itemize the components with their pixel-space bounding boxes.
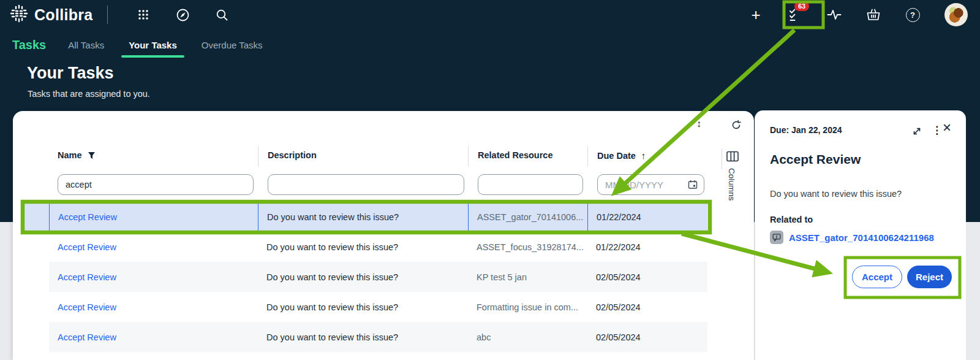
- related-resource-filter-input[interactable]: [478, 174, 583, 195]
- due-date-filter-input[interactable]: [604, 179, 688, 191]
- tasks-count-badge: 63: [794, 1, 809, 11]
- task-related-resource: ASSET_gator_70141006...: [468, 202, 587, 232]
- refresh-icon[interactable]: [731, 120, 742, 133]
- task-description: Do you want to review this issue?: [258, 292, 468, 322]
- calendar-icon[interactable]: [688, 180, 698, 190]
- table-row[interactable]: Accept Review Do you want to review this…: [22, 322, 707, 352]
- basket-icon[interactable]: [866, 7, 881, 22]
- activity-pulse-icon[interactable]: [827, 7, 842, 22]
- column-label: Name: [58, 150, 82, 160]
- page-header: Your Tasks Tasks that are assigned to yo…: [27, 64, 150, 99]
- task-related-resource: KP test 5 jan: [468, 262, 587, 292]
- columns-icon[interactable]: [726, 151, 739, 164]
- related-resource-row: ASSET_gator_7014100624211968: [770, 231, 934, 244]
- accept-button[interactable]: Accept: [852, 266, 902, 288]
- column-header-due-date[interactable]: Due Date ↑: [597, 150, 646, 161]
- task-detail-panel: Due: Jan 22, 2024 ⋮ × Accept Review Do y…: [755, 110, 966, 360]
- table-body: Accept Review Do you want to review this…: [22, 202, 707, 352]
- topbar-right: + 63: [748, 0, 980, 29]
- task-related-resource: ASSET_focus_31928174...: [468, 232, 587, 262]
- due-date-filter-field[interactable]: [597, 174, 704, 195]
- help-icon[interactable]: ?: [905, 7, 920, 22]
- row-select-cell[interactable]: [22, 262, 49, 292]
- reject-button[interactable]: Reject: [907, 266, 952, 288]
- tab-all-tasks[interactable]: All Tasks: [67, 39, 105, 52]
- user-avatar[interactable]: [944, 3, 968, 26]
- column-header-related-resource[interactable]: Related Resource: [478, 150, 553, 160]
- topbar-divider: [107, 6, 108, 24]
- add-icon[interactable]: +: [748, 7, 763, 22]
- rail-divider: [722, 148, 722, 169]
- row-select-cell[interactable]: [22, 232, 49, 262]
- columns-rail-label[interactable]: Columns: [727, 168, 736, 201]
- task-due-date: 02/05/2024: [587, 292, 707, 322]
- table-row[interactable]: Accept Review Do you want to review this…: [22, 202, 707, 232]
- task-description: Do you want to review this issue?: [258, 202, 468, 232]
- table-row[interactable]: Accept Review Do you want to review this…: [22, 232, 707, 262]
- tasks-table-card: ↕ Name Description Related Resource D: [13, 111, 754, 360]
- row-select-cell[interactable]: [22, 292, 49, 322]
- row-select-cell[interactable]: [22, 202, 49, 232]
- tab-overdue-tasks[interactable]: Overdue Tasks: [200, 39, 264, 52]
- task-description: Do you want to review this issue?: [258, 262, 468, 292]
- column-divider: [468, 146, 469, 167]
- description-filter-input[interactable]: [268, 174, 464, 195]
- task-name-link[interactable]: Accept Review: [58, 242, 116, 252]
- task-name-link[interactable]: Accept Review: [58, 272, 116, 282]
- task-name-link[interactable]: Accept Review: [58, 212, 117, 222]
- column-header-description[interactable]: Description: [268, 150, 317, 160]
- compass-icon[interactable]: [175, 7, 190, 22]
- task-related-resource: abc: [468, 322, 587, 352]
- search-icon[interactable]: [214, 7, 229, 22]
- task-name-link[interactable]: Accept Review: [58, 302, 116, 312]
- expand-icon[interactable]: [912, 126, 922, 139]
- table-row[interactable]: Accept Review Do you want to review this…: [22, 262, 707, 292]
- column-label: Description: [268, 150, 317, 160]
- sort-ascending-icon[interactable]: ↑: [641, 150, 646, 161]
- tasks-tab-bar: Tasks All Tasks Your Tasks Overdue Tasks: [12, 33, 275, 56]
- topbar-left: Collibra: [0, 4, 241, 25]
- table-row[interactable]: Accept Review Do you want to review this…: [22, 292, 707, 322]
- table-header-row: Name Description Related Resource Due Da…: [13, 145, 720, 167]
- tab-your-tasks[interactable]: Your Tasks: [127, 39, 178, 52]
- brand-name: Collibra: [34, 6, 92, 24]
- name-filter-input[interactable]: [58, 174, 254, 195]
- column-header-name[interactable]: Name: [58, 150, 96, 160]
- column-label: Related Resource: [478, 150, 553, 160]
- filter-funnel-icon[interactable]: [88, 151, 96, 159]
- page-subtitle: Tasks that are assigned to you.: [28, 89, 150, 99]
- row-select-cell[interactable]: [22, 322, 49, 352]
- related-to-label: Related to: [770, 215, 813, 224]
- page-title: Your Tasks: [27, 64, 150, 83]
- section-label: Tasks: [12, 38, 46, 52]
- more-options-icon[interactable]: ⋮: [932, 124, 942, 137]
- task-description: Do you want to review this issue?: [258, 322, 468, 352]
- row-height-icon[interactable]: ↕: [696, 118, 701, 129]
- close-icon[interactable]: ×: [943, 120, 951, 135]
- task-related-resource: Formatting issue in com...: [468, 292, 587, 322]
- column-divider: [587, 146, 588, 167]
- help-glyph: ?: [910, 10, 915, 20]
- detail-question: Do you want to review this issue?: [770, 189, 902, 199]
- collibra-app: Collibra: [0, 0, 980, 360]
- plus-glyph: +: [751, 7, 760, 23]
- filter-row: [13, 174, 720, 196]
- task-description: Do you want to review this issue?: [258, 232, 468, 262]
- task-due-date: 01/22/2024: [587, 232, 707, 262]
- collibra-logo-icon: [10, 4, 28, 25]
- apps-grid-icon[interactable]: [136, 7, 151, 22]
- related-resource-link[interactable]: ASSET_gator_7014100624211968: [789, 232, 934, 243]
- column-divider: [258, 146, 258, 167]
- top-bar: Collibra: [0, 0, 980, 29]
- task-due-date: 02/05/2024: [587, 262, 707, 292]
- task-due-date: 02/05/2024: [587, 322, 707, 352]
- tasks-inbox-button[interactable]: 63: [788, 7, 802, 22]
- due-date-label: Due: Jan 22, 2024: [770, 125, 842, 135]
- column-label: Due Date: [597, 151, 636, 161]
- task-name-link[interactable]: Accept Review: [58, 332, 116, 342]
- issue-bubble-icon: [770, 231, 783, 244]
- task-due-date: 01/22/2024: [587, 202, 707, 232]
- detail-title: Accept Review: [770, 152, 861, 167]
